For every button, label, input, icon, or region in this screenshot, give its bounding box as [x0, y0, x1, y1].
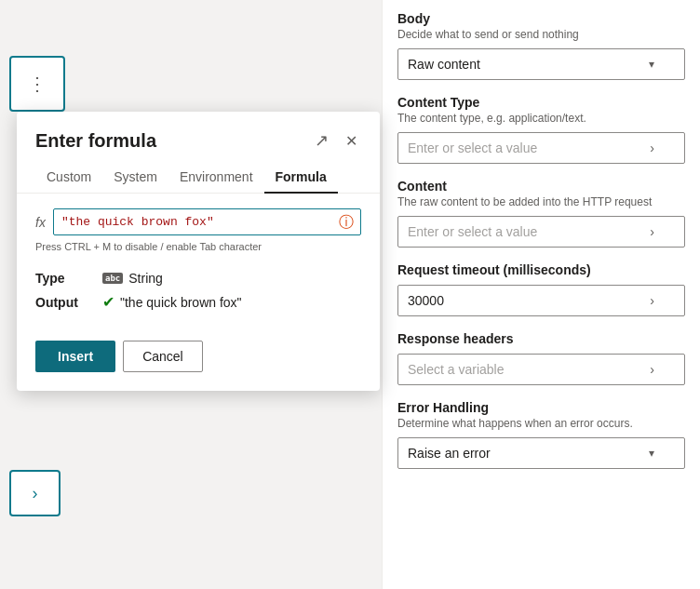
content-type-placeholder: Enter or select a value [408, 141, 537, 155]
type-label: Type [35, 271, 91, 286]
body-description: Decide what to send or send nothing [397, 28, 685, 41]
error-handling-description: Determine what happens when an error occ… [397, 417, 685, 430]
result-section: Type abc String Output ✔ "the quick brow… [17, 260, 380, 333]
response-headers-placeholder: Select a variable [408, 362, 505, 377]
type-row: Type abc String [35, 271, 361, 286]
content-chevron-icon: › [650, 224, 654, 239]
request-timeout-title: Request timeout (milliseconds) [397, 262, 685, 277]
body-selected-value: Raw content [408, 57, 480, 72]
error-handling-section: Error Handling Determine what happens wh… [397, 400, 685, 469]
modal-footer: Insert Cancel [17, 333, 380, 391]
body-section: Body Decide what to send or send nothing… [397, 11, 685, 80]
arrow-right-icon: › [33, 484, 38, 503]
fx-label: fx [35, 215, 46, 230]
left-background: ⋮ Enter formula ↗ ✕ Custom System Enviro… [0, 0, 382, 589]
error-handling-chevron-icon: ▾ [649, 447, 654, 460]
cancel-button[interactable]: Cancel [123, 341, 203, 372]
expand-button[interactable]: ↗ [311, 127, 332, 154]
canvas-node-top: ⋮ [9, 56, 65, 112]
body-chevron-icon: ▾ [649, 58, 654, 71]
content-section: Content The raw content to be added into… [397, 179, 685, 248]
error-handling-dropdown[interactable]: Raise an error ▾ [397, 437, 685, 469]
modal-header: Enter formula ↗ ✕ [17, 112, 380, 162]
output-label: Output [35, 295, 91, 310]
body-title: Body [397, 11, 685, 26]
formula-input-row: fx ⓘ [35, 208, 361, 235]
success-icon: ✔ [102, 293, 114, 311]
content-type-chevron-icon: › [650, 141, 654, 155]
tab-environment[interactable]: Environment [168, 162, 264, 194]
content-description: The raw content to be added into the HTT… [397, 195, 685, 208]
close-icon: ✕ [345, 132, 357, 150]
body-dropdown[interactable]: Raw content ▾ [397, 48, 685, 80]
output-row: Output ✔ "the quick brown fox" [35, 293, 361, 311]
modal-tabs: Custom System Environment Formula [17, 162, 380, 194]
ellipsis-icon: ⋮ [28, 73, 47, 95]
request-timeout-value: 30000 [408, 293, 444, 308]
content-type-title: Content Type [397, 95, 685, 110]
formula-input-wrapper: ⓘ [53, 208, 361, 235]
expand-icon: ↗ [315, 130, 329, 151]
formula-input[interactable] [53, 208, 361, 235]
content-input[interactable]: Enter or select a value › [397, 216, 685, 248]
request-timeout-section: Request timeout (milliseconds) 30000 › [397, 262, 685, 316]
error-handling-selected-value: Raise an error [408, 446, 491, 461]
response-headers-chevron-icon: › [650, 362, 654, 377]
formula-area: fx ⓘ Press CTRL + M to disable / enable … [17, 194, 380, 260]
formula-hint: Press CTRL + M to disable / enable Tab c… [35, 241, 361, 252]
canvas-nav-arrow[interactable]: › [9, 470, 61, 516]
request-timeout-input[interactable]: 30000 › [397, 285, 685, 316]
type-value: abc String [102, 271, 163, 286]
error-handling-title: Error Handling [397, 400, 685, 415]
right-panel: Body Decide what to send or send nothing… [382, 0, 700, 589]
content-placeholder: Enter or select a value [408, 224, 537, 239]
request-timeout-chevron-icon: › [650, 293, 654, 308]
tab-system[interactable]: System [102, 162, 168, 194]
output-value: ✔ "the quick brown fox" [102, 293, 242, 311]
response-headers-title: Response headers [397, 331, 685, 346]
content-type-section: Content Type The content type, e.g. appl… [397, 95, 685, 164]
modal-header-icons: ↗ ✕ [311, 127, 361, 154]
modal-title: Enter formula [35, 130, 156, 152]
tab-formula[interactable]: Formula [264, 162, 338, 194]
close-button[interactable]: ✕ [342, 128, 361, 154]
response-headers-input[interactable]: Select a variable › [397, 354, 685, 385]
content-title: Content [397, 179, 685, 194]
content-type-input[interactable]: Enter or select a value › [397, 132, 685, 164]
info-icon: ⓘ [339, 212, 354, 232]
insert-button[interactable]: Insert [35, 341, 115, 372]
tab-custom[interactable]: Custom [35, 162, 102, 194]
response-headers-section: Response headers Select a variable › [397, 331, 685, 385]
enter-formula-modal: Enter formula ↗ ✕ Custom System Environm… [17, 112, 380, 391]
type-icon: abc [102, 273, 123, 284]
content-type-description: The content type, e.g. application/text. [397, 112, 685, 125]
